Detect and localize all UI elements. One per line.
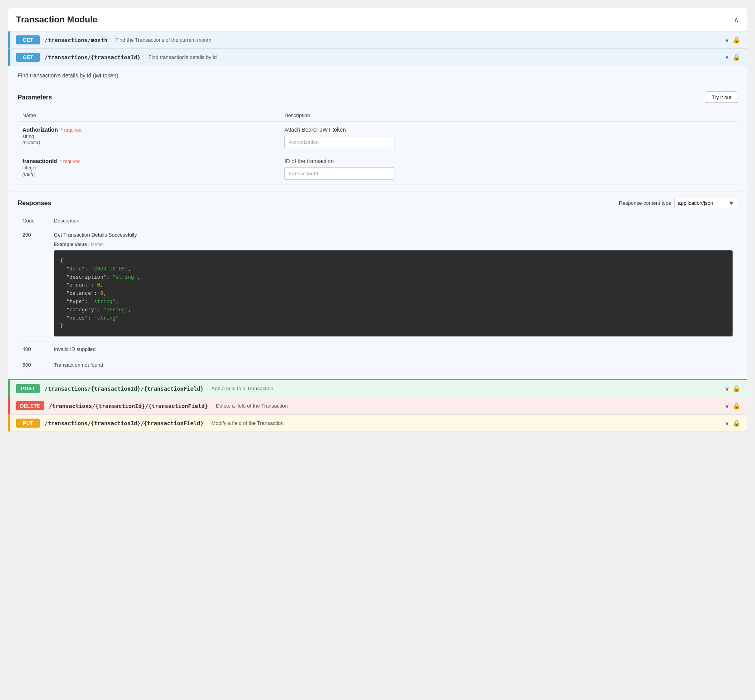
params-col-name: Name: [18, 109, 280, 122]
endpoint-desc-get-month: Find the Transactions of the current mon…: [115, 37, 211, 43]
param-required-authorization: * required: [61, 127, 81, 133]
param-desc-cell-2: ID of the transaction: [280, 153, 737, 185]
code-line-9: }: [60, 322, 726, 330]
code-line-2: "date": "2023-10-05",: [60, 265, 726, 273]
endpoint-path-put: /transactions/{transactionId}/{transacti…: [44, 420, 204, 426]
module-collapse-icon[interactable]: ∧: [734, 15, 739, 24]
code-line-1: {: [60, 257, 726, 265]
param-name-transactionid: transactionId: [22, 158, 57, 164]
endpoint-right-2: ∧ 🔒: [725, 53, 740, 61]
endpoint-row-delete[interactable]: DELETE /transactions/{transactionId}/{tr…: [8, 397, 747, 415]
endpoint-row-get-byid[interactable]: GET /transactions/{transactionId} Find t…: [8, 49, 747, 66]
transaction-module: Transaction Module ∧ GET /transactions/m…: [8, 8, 747, 432]
responses-title: Responses: [18, 200, 51, 207]
response-desc-500: Transaction not found: [49, 357, 737, 373]
param-type-authorization: string: [22, 134, 275, 139]
endpoint-left-put: PUT /transactions/{transactionId}/{trans…: [16, 419, 725, 428]
response-desc-400: Invalid ID supplied: [49, 342, 737, 357]
response-code-500: 500: [18, 357, 49, 373]
lock-icon-put: 🔒: [733, 419, 740, 427]
endpoint-left-delete: DELETE /transactions/{transactionId}/{tr…: [16, 401, 725, 410]
endpoint-left-post: POST /transactions/{transactionId}/{tran…: [16, 384, 725, 393]
transactionid-input[interactable]: [284, 167, 394, 180]
response-desc-200: Get Transaction Details Successfully Exa…: [49, 227, 737, 342]
params-table: Name Description Authorization * require…: [18, 109, 737, 185]
response-code-200: 200: [18, 227, 49, 342]
method-badge-put: PUT: [16, 419, 40, 428]
code-line-8: "notes": "string": [60, 314, 726, 322]
code-line-3: "description": "string",: [60, 273, 726, 281]
module-title: Transaction Module: [16, 15, 98, 25]
endpoint-expanded-get-byid: Find transaction's details by id (jwt to…: [8, 66, 747, 380]
param-name-cell: Authorization * required string (header): [18, 122, 280, 153]
method-badge-get-byid: GET: [16, 53, 40, 62]
endpoint-left-2: GET /transactions/{transactionId} Find t…: [16, 53, 725, 62]
response-row-500: 500 Transaction not found: [18, 357, 737, 373]
code-line-7: "category": "string",: [60, 306, 726, 314]
content-type-select[interactable]: application/json: [674, 198, 737, 208]
method-badge-delete: DELETE: [16, 401, 44, 410]
params-col-desc: Description: [280, 109, 737, 122]
chevron-down-icon-put: ∨: [725, 419, 729, 427]
endpoint-right-delete: ∨ 🔒: [725, 402, 740, 410]
code-line-6: "type": "string",: [60, 298, 726, 306]
chevron-up-icon: ∧: [725, 53, 729, 61]
endpoint-row-get-month[interactable]: GET /transactions/month Find the Transac…: [8, 31, 747, 49]
endpoint-path-post: /transactions/{transactionId}/{transacti…: [44, 386, 204, 392]
param-location-authorization: (header): [22, 140, 40, 145]
expanded-description: Find transaction's details by id (jwt to…: [8, 66, 747, 85]
endpoint-row-put[interactable]: PUT /transactions/{transactionId}/{trans…: [8, 415, 747, 432]
response-code-400: 400: [18, 342, 49, 357]
parameters-section: Parameters Try it out Name Description A…: [8, 85, 747, 191]
responses-section: Responses Response content type applicat…: [8, 191, 747, 379]
response-row-200: 200 Get Transaction Details Successfully…: [18, 227, 737, 342]
try-it-out-button[interactable]: Try it out: [706, 92, 737, 103]
chevron-down-icon: ∨: [725, 36, 729, 44]
param-name-authorization: Authorization: [22, 127, 58, 133]
param-row-authorization: Authorization * required string (header)…: [18, 122, 737, 153]
endpoint-desc-get-byid: Find transaction's details by id: [148, 54, 217, 60]
lock-icon-post: 🔒: [733, 385, 740, 392]
example-value-label: Example Value | Model: [54, 242, 733, 247]
code-line-4: "amount": 0,: [60, 281, 726, 289]
endpoint-left: GET /transactions/month Find the Transac…: [16, 35, 725, 44]
endpoint-row-post[interactable]: POST /transactions/{transactionId}/{tran…: [8, 380, 747, 397]
code-line-5: "balance": 0,: [60, 289, 726, 298]
endpoint-desc-delete: Delete a field of the Transaction: [216, 403, 288, 409]
endpoint-path-get-month: /transactions/month: [44, 37, 107, 43]
chevron-down-icon-delete: ∨: [725, 402, 729, 410]
param-required-transactionid: * required: [60, 159, 81, 164]
responses-col-code: Code: [18, 215, 49, 227]
method-badge-get-month: GET: [16, 35, 40, 44]
responses-header: Responses Response content type applicat…: [18, 198, 737, 208]
chevron-down-icon-post: ∨: [725, 385, 729, 392]
param-row-transactionid: transactionId * required integer (path) …: [18, 153, 737, 185]
endpoint-right-post: ∨ 🔒: [725, 385, 740, 392]
module-header: Transaction Module ∧: [8, 8, 747, 31]
param-desc-authorization: Attach Bearer JWT token: [284, 127, 733, 133]
response-content-type-row: Response content type application/json: [619, 198, 737, 208]
endpoint-desc-put: Modify a field of the Transaction: [212, 420, 284, 426]
param-desc-cell: Attach Bearer JWT token: [280, 122, 737, 153]
response-description-200: Get Transaction Details Successfully: [54, 232, 733, 238]
endpoint-path-get-byid: /transactions/{transactionId}: [44, 54, 140, 61]
endpoint-right: ∨ 🔒: [725, 36, 740, 44]
endpoint-desc-post: Add a field to a Transaction: [212, 386, 274, 391]
code-block-200: { "date": "2023-10-05", "description": "…: [54, 250, 733, 336]
lock-icon-delete: 🔒: [733, 402, 740, 410]
param-location-transactionid: (path): [22, 171, 35, 177]
param-desc-transactionid: ID of the transaction: [284, 158, 733, 164]
responses-table: Code Description 200 Get Transaction Det…: [18, 215, 737, 373]
endpoint-right-put: ∨ 🔒: [725, 419, 740, 427]
response-row-400: 400 Invalid ID supplied: [18, 342, 737, 357]
param-type-transactionid: integer: [22, 165, 275, 171]
lock-icon: 🔒: [733, 36, 740, 44]
responses-col-desc: Description: [49, 215, 737, 227]
param-name-cell-2: transactionId * required integer (path): [18, 153, 280, 185]
parameters-title: Parameters: [18, 94, 52, 101]
parameters-header: Parameters Try it out: [18, 92, 737, 103]
method-badge-post: POST: [16, 384, 40, 393]
endpoint-path-delete: /transactions/{transactionId}/{transacti…: [49, 403, 208, 409]
lock-icon-2: 🔒: [733, 53, 740, 61]
authorization-input[interactable]: [284, 136, 394, 148]
